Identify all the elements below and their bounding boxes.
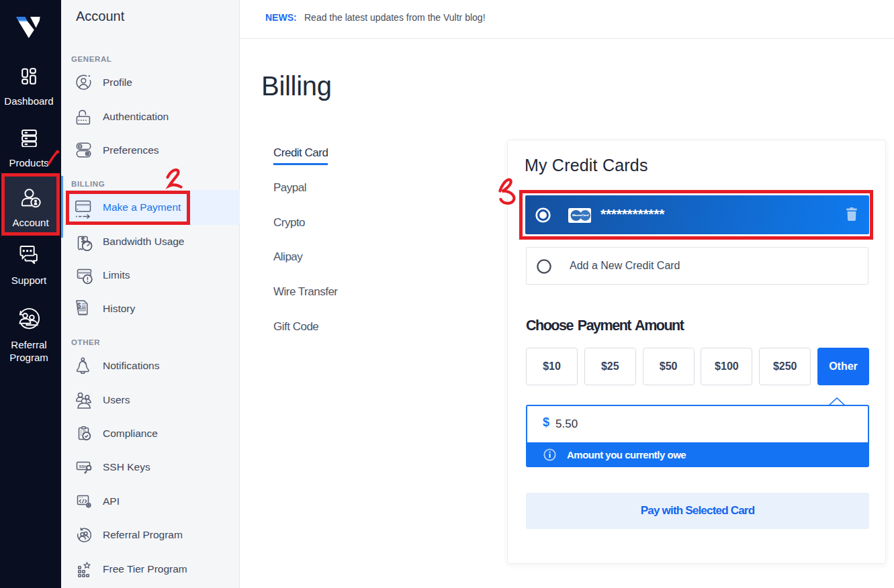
svg-text:$: $ [77, 302, 81, 309]
